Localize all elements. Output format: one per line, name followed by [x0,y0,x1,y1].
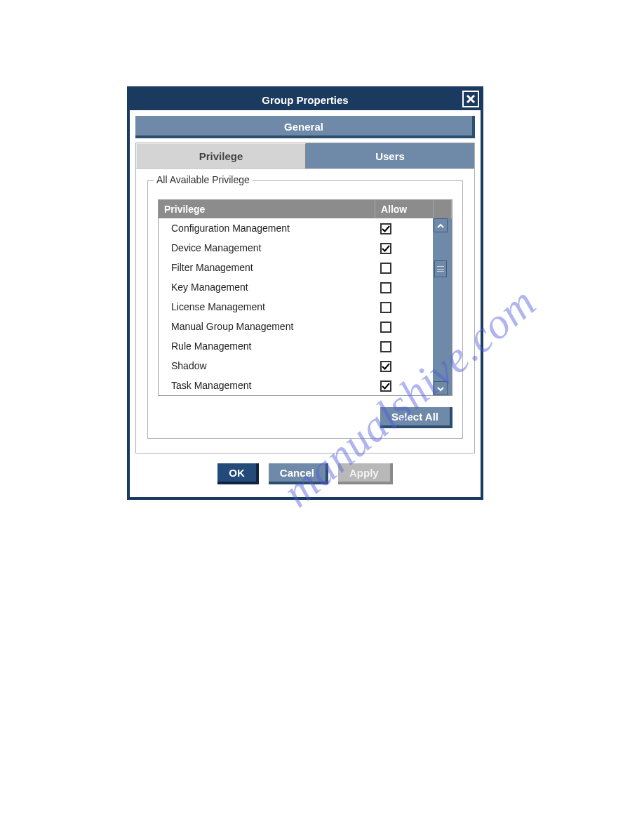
dialog-body: General Privilege Users All Available Pr… [130,110,481,497]
allow-checkbox[interactable] [380,243,391,254]
column-header-allow[interactable]: Allow [375,200,433,218]
dialog-title: Group Properties [130,94,481,106]
table-row: Task Management [159,376,452,395]
general-button[interactable]: General [135,116,475,138]
table-row: Key Management [159,277,452,297]
allow-cell [375,258,433,277]
select-all-row: Select All [158,407,452,428]
allow-checkbox[interactable] [380,361,391,372]
chevron-down-icon [437,383,444,394]
ok-button[interactable]: OK [217,463,259,484]
allow-checkbox[interactable] [380,302,391,313]
close-icon [466,94,476,104]
allow-cell [375,297,433,317]
group-properties-dialog: Group Properties General Privilege Users… [127,86,483,500]
allow-cell [375,238,433,258]
privilege-label: Manual Group Management [159,317,375,336]
apply-button: Apply [338,463,393,484]
tab-privilege[interactable]: Privilege [136,143,306,168]
tab-panel: Privilege Users All Available Privilege … [135,143,475,454]
table-row: Rule Management [159,336,452,356]
tabs-row: Privilege Users [136,143,474,168]
privilege-label: Configuration Management [159,218,375,238]
table-row: Shadow [159,356,452,376]
chevron-up-icon [437,220,444,231]
scroll-up-button[interactable] [434,218,448,232]
allow-cell [375,356,433,376]
allow-checkbox[interactable] [380,263,391,274]
privilege-label: Task Management [159,376,375,395]
table-row: Manual Group Management [159,317,452,336]
table-row: Filter Management [159,258,452,277]
allow-cell [375,277,433,297]
allow-checkbox[interactable] [380,223,391,234]
allow-cell [375,317,433,336]
tab-users[interactable]: Users [306,143,474,168]
allow-checkbox[interactable] [380,341,391,352]
allow-cell [375,376,433,395]
privilege-table: Privilege Allow Configuration Management… [159,200,452,395]
allow-checkbox[interactable] [380,282,391,293]
allow-cell [375,218,433,238]
allow-checkbox[interactable] [380,380,391,392]
table-row: License Management [159,297,452,317]
privilege-label: Filter Management [159,258,375,277]
privilege-table-wrap: Privilege Allow Configuration Management… [158,199,452,396]
titlebar: Group Properties [130,89,481,110]
footer-buttons: OK Cancel Apply [135,454,475,487]
close-button[interactable] [462,91,479,107]
select-all-button[interactable]: Select All [380,407,452,428]
privilege-table-body: Configuration ManagementDevice Managemen… [159,218,452,395]
cancel-button[interactable]: Cancel [269,463,328,484]
scrollbar-cell [433,218,451,395]
privilege-label: License Management [159,297,375,317]
table-row: Device Management [159,238,452,258]
privilege-label: Key Management [159,277,375,297]
tab-content-privilege: All Available Privilege Privilege Allow [136,168,474,453]
privilege-label: Rule Management [159,336,375,356]
scroll-down-button[interactable] [434,381,448,395]
privilege-fieldset: All Available Privilege Privilege Allow [147,180,463,439]
allow-cell [375,336,433,356]
fieldset-legend: All Available Privilege [154,174,253,185]
privilege-label: Device Management [159,238,375,258]
privilege-label: Shadow [159,356,375,376]
column-header-scroll [433,200,451,218]
column-header-privilege[interactable]: Privilege [159,200,375,218]
allow-checkbox[interactable] [380,322,391,333]
table-row: Configuration Management [159,218,452,238]
scrollbar[interactable] [433,218,448,395]
scroll-thumb[interactable] [434,260,447,277]
